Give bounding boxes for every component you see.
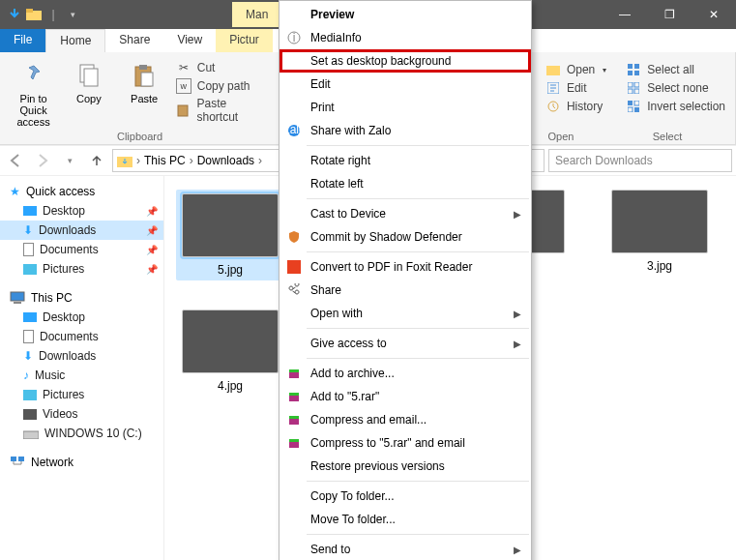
sidebar-item-desktop[interactable]: Desktop📌 [0,201,163,221]
sidebar-item-documents[interactable]: Documents📌 [0,240,163,259]
open-button[interactable]: Open▾ [545,62,606,77]
ctx-add-to-5rar[interactable]: Add to "5.rar" [280,385,531,408]
sidebar-quick-access[interactable]: ★Quick access [0,182,163,201]
contextual-tab-label: Man [232,2,281,27]
chevron-down-icon[interactable]: ▾ [64,6,81,23]
sidebar-item-downloads[interactable]: ⬇Downloads📌 [0,221,163,240]
ctx-share[interactable]: Share [280,279,531,302]
select-none-button[interactable]: Select none [626,80,725,96]
sidebar-network[interactable]: Network [0,453,163,472]
paste-icon [129,60,160,91]
thumbnail-image [611,190,708,253]
ctx-copy-to-folder[interactable]: Copy To folder... [280,485,531,508]
svg-rect-8 [546,66,560,75]
minimize-button[interactable]: — [603,0,647,29]
svg-rect-12 [634,64,639,69]
edit-button[interactable]: Edit [545,80,606,96]
search-input[interactable]: Search Downloads [548,149,732,172]
chevron-right-icon[interactable]: › [134,154,142,167]
up-button[interactable] [85,149,108,172]
paste-shortcut-icon [176,103,191,118]
forward-button[interactable] [31,149,54,172]
close-button[interactable]: ✕ [692,0,736,29]
ctx-cast-to-device[interactable]: Cast to Device▶ [280,202,531,225]
file-item[interactable]: 4.jpg [176,309,284,393]
pin-icon: 📌 [146,225,158,236]
winrar-icon [285,411,303,428]
breadcrumb-thispc[interactable]: This PC [144,154,186,167]
ctx-restore-versions[interactable]: Restore previous versions [280,455,531,478]
ctx-rotate-right[interactable]: Rotate right [280,149,531,172]
copy-button[interactable]: Copy [65,56,112,104]
ctx-set-desktop-background[interactable]: Set as desktop background [280,49,531,73]
picture-tools-tab[interactable]: Pictur [216,29,273,52]
select-all-button[interactable]: Select all [626,62,725,77]
separator [307,145,529,146]
select-group-label: Select [609,129,725,142]
document-icon [23,243,34,256]
invert-selection-button[interactable]: Invert selection [626,99,725,114]
svg-rect-39 [289,416,299,419]
pictures-icon [23,264,37,275]
history-button[interactable]: History [545,99,606,114]
sidebar-item-downloads2[interactable]: ⬇Downloads [0,346,163,366]
chevron-right-icon[interactable]: › [188,154,195,167]
folder-icon[interactable] [25,6,43,23]
pin-to-quick-access-button[interactable]: Pin to Quick access [10,56,57,128]
sidebar-thispc[interactable]: This PC [0,288,163,308]
ctx-edit[interactable]: Edit [280,73,531,96]
sidebar-item-desktop2[interactable]: Desktop [0,308,163,327]
context-menu: Preview iMediaInfo Set as desktop backgr… [279,0,532,560]
svg-rect-26 [23,431,39,439]
ctx-send-to[interactable]: Send to▶ [280,538,531,560]
sidebar-item-documents2[interactable]: Documents [0,327,163,346]
ctx-convert-pdf[interactable]: Convert to PDF in Foxit Reader [280,255,531,279]
chevron-right-icon: ▶ [514,545,521,555]
sidebar-item-cdrive[interactable]: WINDOWS 10 (C:) [0,424,163,443]
paste-shortcut-button[interactable]: Paste shortcut [176,97,270,124]
sidebar-item-pictures2[interactable]: Pictures [0,385,163,404]
view-tab[interactable]: View [163,29,216,52]
ctx-compress-email[interactable]: Compress and email... [280,408,531,431]
svg-rect-21 [628,107,633,112]
file-tab[interactable]: File [0,29,45,52]
ctx-share-zalo[interactable]: ZaloShare with Zalo [280,119,531,142]
file-name: 3.jpg [647,259,672,273]
ctx-open-with[interactable]: Open with▶ [280,302,531,325]
share-tab[interactable]: Share [105,29,163,52]
recent-button[interactable]: ▾ [58,149,81,172]
svg-rect-1 [26,9,33,13]
pin-icon [18,60,49,91]
ctx-add-archive[interactable]: Add to archive... [280,362,531,385]
file-item[interactable]: 5.jpg [176,190,284,280]
ctx-move-to-folder[interactable]: Move To folder... [280,508,531,531]
paste-button[interactable]: Paste [121,56,168,104]
ctx-compress-5rar-email[interactable]: Compress to "5.rar" and email [280,431,531,455]
back-button[interactable] [4,149,27,172]
ctx-shadow-defender[interactable]: Commit by Shadow Defender [280,225,531,249]
sidebar-item-pictures[interactable]: Pictures📌 [0,259,163,279]
select-none-icon [626,80,641,96]
copy-path-button[interactable]: wCopy path [176,78,270,94]
chevron-right-icon[interactable]: › [256,154,264,167]
file-item[interactable]: 3.jpg [605,190,714,280]
invert-selection-icon [626,99,641,114]
sidebar-item-music[interactable]: ♪Music [0,366,163,385]
ctx-mediainfo[interactable]: iMediaInfo [280,26,531,49]
svg-rect-25 [14,302,21,304]
download-folder-icon [117,154,132,167]
cut-button[interactable]: ✂Cut [176,60,270,75]
home-tab[interactable]: Home [45,29,105,52]
breadcrumb-downloads[interactable]: Downloads [197,154,254,167]
sidebar-item-videos[interactable]: Videos [0,404,163,424]
ctx-give-access[interactable]: Give access to▶ [280,332,531,355]
shield-icon [285,228,303,246]
ctx-preview[interactable]: Preview [280,3,531,26]
separator [307,251,529,252]
download-arrow-icon[interactable] [6,6,23,23]
ctx-print[interactable]: Print [280,96,531,119]
ctx-rotate-left[interactable]: Rotate left [280,172,531,195]
maximize-button[interactable]: ❐ [647,0,692,29]
star-icon: ★ [10,185,20,198]
thispc-icon [10,291,25,305]
